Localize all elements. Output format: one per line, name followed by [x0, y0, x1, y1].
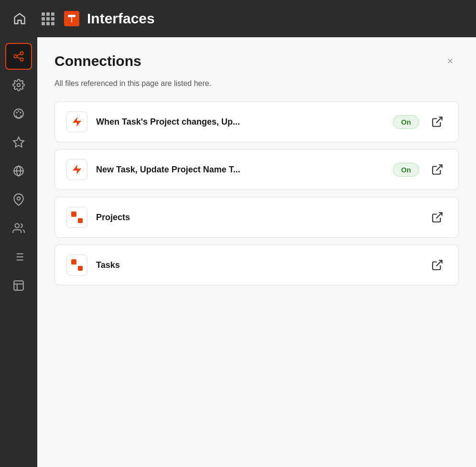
sidebar-item-list[interactable]: [5, 244, 32, 270]
svg-point-5: [17, 84, 21, 87]
connection-label: New Task, Update Project Name T...: [96, 165, 384, 175]
connection-label: Tasks: [96, 260, 419, 270]
connection-label: When Task's Project changes, Up...: [96, 117, 384, 127]
connection-list: When Task's Project changes, Up... On: [54, 101, 459, 286]
svg-point-8: [20, 112, 21, 113]
external-link-button[interactable]: [428, 160, 447, 179]
connection-icon-stack: [66, 255, 87, 276]
external-link-button[interactable]: [428, 255, 447, 275]
users-icon: [12, 222, 25, 234]
connections-panel: Connections × All files referenced in th…: [37, 37, 476, 467]
sidebar-item-palette[interactable]: [5, 100, 32, 127]
location-icon: [12, 193, 25, 206]
content-area: Connections × All files referenced in th…: [37, 37, 476, 467]
external-link-icon: [431, 116, 444, 128]
svg-marker-10: [13, 137, 24, 147]
sidebar-item-favorites[interactable]: [5, 129, 32, 156]
svg-line-29: [436, 260, 442, 266]
svg-marker-24: [73, 117, 81, 127]
sidebar-item-settings[interactable]: [5, 72, 32, 98]
topbar: Interfaces: [0, 0, 476, 37]
globe-icon: [12, 165, 25, 177]
palette-icon: [12, 107, 25, 120]
status-badge: On: [393, 163, 419, 177]
connection-item[interactable]: Tasks: [54, 244, 459, 286]
connection-item[interactable]: Projects: [54, 197, 459, 238]
list-icon: [12, 251, 25, 263]
home-button[interactable]: [8, 7, 32, 31]
tasks-stack-icon: [71, 259, 83, 271]
panel-subtitle: All files referenced in this page are li…: [54, 79, 459, 88]
svg-point-7: [16, 112, 18, 113]
svg-rect-21: [14, 281, 23, 290]
svg-line-4: [17, 57, 21, 59]
svg-point-13: [17, 197, 21, 201]
svg-point-0: [14, 55, 17, 58]
sidebar-item-connections[interactable]: [5, 43, 32, 70]
interfaces-logo-icon: [64, 11, 79, 26]
svg-point-14: [15, 223, 19, 228]
connection-icon-lightning: [66, 159, 87, 180]
projects-stack-icon: [71, 212, 83, 223]
svg-line-27: [436, 165, 442, 170]
external-link-icon: [431, 259, 444, 271]
panel-title: Connections: [54, 53, 141, 69]
close-button[interactable]: ×: [442, 53, 459, 70]
star-icon: [12, 136, 25, 149]
sidebar: [0, 37, 37, 467]
sidebar-item-location[interactable]: [5, 186, 32, 213]
sidebar-item-users[interactable]: [5, 215, 32, 242]
svg-line-25: [436, 117, 442, 123]
svg-line-3: [17, 54, 21, 55]
grid-icon: [42, 12, 54, 25]
grid-button[interactable]: [39, 10, 56, 27]
sidebar-item-globe[interactable]: [5, 158, 32, 184]
svg-point-1: [20, 52, 23, 55]
lightning-icon: [71, 164, 83, 175]
connection-item[interactable]: When Task's Project changes, Up... On: [54, 101, 459, 142]
sidebar-item-layout[interactable]: [5, 272, 32, 299]
connection-label: Projects: [96, 212, 419, 223]
status-badge: On: [393, 115, 419, 129]
external-link-icon: [431, 163, 444, 176]
svg-line-28: [436, 212, 442, 218]
external-link-button[interactable]: [428, 112, 447, 131]
home-icon: [13, 12, 26, 25]
connections-icon: [12, 50, 25, 63]
connection-icon-lightning: [66, 111, 87, 132]
lightning-icon: [71, 116, 83, 127]
app-title: Interfaces: [87, 11, 155, 27]
connection-item[interactable]: New Task, Update Project Name T... On: [54, 149, 459, 190]
svg-point-2: [20, 58, 23, 61]
external-link-icon: [431, 211, 444, 223]
main-layout: Connections × All files referenced in th…: [0, 37, 476, 467]
external-link-button[interactable]: [428, 208, 447, 227]
svg-marker-26: [73, 165, 81, 174]
panel-header: Connections ×: [54, 53, 459, 70]
settings-icon: [12, 79, 25, 91]
layout-icon: [12, 279, 25, 292]
connection-icon-stack: [66, 207, 87, 228]
svg-point-9: [18, 110, 19, 112]
